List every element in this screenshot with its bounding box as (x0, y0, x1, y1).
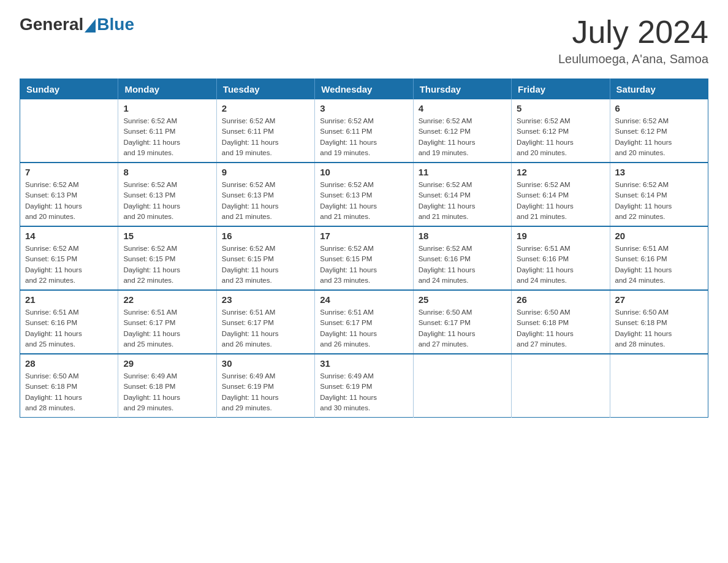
calendar-day-cell: 26Sunrise: 6:50 AM Sunset: 6:18 PM Dayli… (512, 290, 610, 354)
day-number: 3 (320, 103, 408, 113)
logo-triangle-icon (85, 19, 96, 33)
day-number: 2 (222, 103, 309, 113)
calendar-day-cell: 12Sunrise: 6:52 AM Sunset: 6:14 PM Dayli… (512, 163, 610, 226)
calendar-table: SundayMondayTuesdayWednesdayThursdayFrid… (20, 79, 708, 418)
day-info: Sunrise: 6:52 AM Sunset: 6:16 PM Dayligh… (419, 243, 506, 286)
day-number: 25 (419, 294, 506, 305)
weekday-header: Wednesday (315, 79, 413, 100)
day-info: Sunrise: 6:52 AM Sunset: 6:13 PM Dayligh… (25, 180, 113, 222)
day-number: 5 (517, 103, 604, 113)
calendar-day-cell: 13Sunrise: 6:52 AM Sunset: 6:14 PM Dayli… (610, 163, 708, 226)
day-info: Sunrise: 6:49 AM Sunset: 6:18 PM Dayligh… (123, 371, 211, 413)
logo: General Blue (20, 15, 134, 34)
calendar-day-cell (413, 354, 511, 418)
calendar-day-cell: 22Sunrise: 6:51 AM Sunset: 6:17 PM Dayli… (118, 290, 216, 354)
day-number: 4 (419, 103, 506, 113)
title-area: July 2024 Leulumoega, A'ana, Samoa (558, 15, 708, 66)
calendar-day-cell: 30Sunrise: 6:49 AM Sunset: 6:19 PM Dayli… (216, 354, 314, 418)
calendar-day-cell: 31Sunrise: 6:49 AM Sunset: 6:19 PM Dayli… (315, 354, 413, 418)
day-number: 14 (25, 231, 113, 241)
day-number: 19 (517, 231, 604, 241)
day-info: Sunrise: 6:52 AM Sunset: 6:14 PM Dayligh… (517, 180, 604, 222)
calendar-day-cell: 11Sunrise: 6:52 AM Sunset: 6:14 PM Dayli… (413, 163, 511, 226)
logo-blue: Blue (97, 15, 134, 34)
day-number: 20 (615, 231, 703, 241)
day-number: 21 (25, 294, 113, 305)
calendar-day-cell: 10Sunrise: 6:52 AM Sunset: 6:13 PM Dayli… (315, 163, 413, 226)
day-info: Sunrise: 6:50 AM Sunset: 6:17 PM Dayligh… (419, 307, 506, 350)
header: General Blue July 2024 Leulumoega, A'ana… (20, 15, 708, 66)
day-number: 10 (320, 167, 408, 177)
calendar-week-row: 7Sunrise: 6:52 AM Sunset: 6:13 PM Daylig… (20, 163, 708, 226)
calendar-day-cell: 17Sunrise: 6:52 AM Sunset: 6:15 PM Dayli… (315, 226, 413, 290)
day-info: Sunrise: 6:51 AM Sunset: 6:17 PM Dayligh… (222, 307, 309, 350)
calendar-week-row: 21Sunrise: 6:51 AM Sunset: 6:16 PM Dayli… (20, 290, 708, 354)
day-number: 16 (222, 231, 309, 241)
day-info: Sunrise: 6:52 AM Sunset: 6:15 PM Dayligh… (123, 243, 211, 286)
calendar-day-cell: 23Sunrise: 6:51 AM Sunset: 6:17 PM Dayli… (216, 290, 314, 354)
calendar-day-cell: 5Sunrise: 6:52 AM Sunset: 6:12 PM Daylig… (512, 99, 610, 163)
calendar-week-row: 14Sunrise: 6:52 AM Sunset: 6:15 PM Dayli… (20, 226, 708, 290)
calendar-week-row: 28Sunrise: 6:50 AM Sunset: 6:18 PM Dayli… (20, 354, 708, 418)
day-info: Sunrise: 6:52 AM Sunset: 6:14 PM Dayligh… (419, 180, 506, 222)
day-number: 13 (615, 167, 703, 177)
calendar-day-cell: 7Sunrise: 6:52 AM Sunset: 6:13 PM Daylig… (20, 163, 118, 226)
calendar-day-cell: 8Sunrise: 6:52 AM Sunset: 6:13 PM Daylig… (118, 163, 216, 226)
calendar-day-cell: 28Sunrise: 6:50 AM Sunset: 6:18 PM Dayli… (20, 354, 118, 418)
calendar-day-cell: 20Sunrise: 6:51 AM Sunset: 6:16 PM Dayli… (610, 226, 708, 290)
day-info: Sunrise: 6:52 AM Sunset: 6:12 PM Dayligh… (419, 116, 506, 158)
calendar-day-cell: 14Sunrise: 6:52 AM Sunset: 6:15 PM Dayli… (20, 226, 118, 290)
day-info: Sunrise: 6:52 AM Sunset: 6:13 PM Dayligh… (320, 180, 408, 222)
day-number: 24 (320, 294, 408, 305)
day-number: 27 (615, 294, 703, 305)
day-info: Sunrise: 6:52 AM Sunset: 6:11 PM Dayligh… (123, 116, 211, 158)
day-info: Sunrise: 6:51 AM Sunset: 6:16 PM Dayligh… (615, 243, 703, 286)
day-info: Sunrise: 6:51 AM Sunset: 6:17 PM Dayligh… (320, 307, 408, 350)
day-info: Sunrise: 6:52 AM Sunset: 6:12 PM Dayligh… (517, 116, 604, 158)
weekday-header-row: SundayMondayTuesdayWednesdayThursdayFrid… (20, 79, 708, 100)
logo-general: General (20, 15, 83, 34)
day-number: 30 (222, 358, 309, 369)
day-info: Sunrise: 6:52 AM Sunset: 6:15 PM Dayligh… (320, 243, 408, 286)
day-info: Sunrise: 6:49 AM Sunset: 6:19 PM Dayligh… (222, 371, 309, 413)
calendar-day-cell: 21Sunrise: 6:51 AM Sunset: 6:16 PM Dayli… (20, 290, 118, 354)
day-number: 18 (419, 231, 506, 241)
day-number: 31 (320, 358, 408, 369)
calendar-day-cell: 9Sunrise: 6:52 AM Sunset: 6:13 PM Daylig… (216, 163, 314, 226)
day-info: Sunrise: 6:52 AM Sunset: 6:13 PM Dayligh… (123, 180, 211, 222)
day-info: Sunrise: 6:52 AM Sunset: 6:12 PM Dayligh… (615, 116, 703, 158)
day-number: 9 (222, 167, 309, 177)
weekday-header: Saturday (610, 79, 708, 100)
day-number: 6 (615, 103, 703, 113)
day-info: Sunrise: 6:52 AM Sunset: 6:15 PM Dayligh… (222, 243, 309, 286)
calendar-day-cell: 3Sunrise: 6:52 AM Sunset: 6:11 PM Daylig… (315, 99, 413, 163)
day-info: Sunrise: 6:52 AM Sunset: 6:15 PM Dayligh… (25, 243, 113, 286)
calendar-day-cell: 29Sunrise: 6:49 AM Sunset: 6:18 PM Dayli… (118, 354, 216, 418)
day-info: Sunrise: 6:50 AM Sunset: 6:18 PM Dayligh… (25, 371, 113, 413)
day-info: Sunrise: 6:50 AM Sunset: 6:18 PM Dayligh… (615, 307, 703, 350)
weekday-header: Friday (512, 79, 610, 100)
day-number: 1 (123, 103, 211, 113)
day-number: 26 (517, 294, 604, 305)
weekday-header: Tuesday (216, 79, 314, 100)
day-info: Sunrise: 6:52 AM Sunset: 6:11 PM Dayligh… (222, 116, 309, 158)
calendar-day-cell: 16Sunrise: 6:52 AM Sunset: 6:15 PM Dayli… (216, 226, 314, 290)
calendar-day-cell: 25Sunrise: 6:50 AM Sunset: 6:17 PM Dayli… (413, 290, 511, 354)
day-info: Sunrise: 6:50 AM Sunset: 6:18 PM Dayligh… (517, 307, 604, 350)
location-title: Leulumoega, A'ana, Samoa (558, 52, 708, 66)
calendar-day-cell: 24Sunrise: 6:51 AM Sunset: 6:17 PM Dayli… (315, 290, 413, 354)
day-number: 29 (123, 358, 211, 369)
calendar-day-cell: 2Sunrise: 6:52 AM Sunset: 6:11 PM Daylig… (216, 99, 314, 163)
calendar-day-cell: 18Sunrise: 6:52 AM Sunset: 6:16 PM Dayli… (413, 226, 511, 290)
calendar-day-cell: 4Sunrise: 6:52 AM Sunset: 6:12 PM Daylig… (413, 99, 511, 163)
day-number: 22 (123, 294, 211, 305)
day-info: Sunrise: 6:51 AM Sunset: 6:17 PM Dayligh… (123, 307, 211, 350)
calendar-day-cell (20, 99, 118, 163)
day-number: 7 (25, 167, 113, 177)
calendar-week-row: 1Sunrise: 6:52 AM Sunset: 6:11 PM Daylig… (20, 99, 708, 163)
day-info: Sunrise: 6:52 AM Sunset: 6:13 PM Dayligh… (222, 180, 309, 222)
calendar-day-cell: 19Sunrise: 6:51 AM Sunset: 6:16 PM Dayli… (512, 226, 610, 290)
weekday-header: Sunday (20, 79, 118, 100)
day-info: Sunrise: 6:51 AM Sunset: 6:16 PM Dayligh… (25, 307, 113, 350)
calendar-day-cell (512, 354, 610, 418)
